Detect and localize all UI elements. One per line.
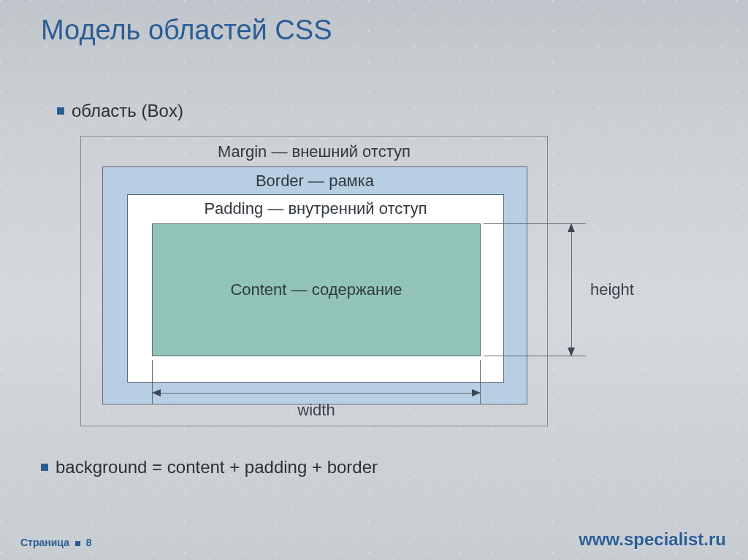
bullet-icon [57, 107, 64, 115]
bullet-icon [41, 464, 48, 471]
page-indicator: Страница 8 [20, 537, 92, 548]
height-dimension: height [484, 223, 600, 356]
dim-line [152, 393, 481, 394]
content-box: Content — содержание [152, 223, 481, 356]
arrow-up-icon [568, 223, 575, 232]
bullet-background: background = content + padding + border [41, 457, 378, 477]
bullet-box-text: область (Box) [72, 101, 183, 120]
bullet-background-text: background = content + padding + border [56, 457, 378, 477]
content-label: Content — содержание [230, 280, 402, 299]
bullet-box: область (Box) [57, 101, 183, 121]
arrow-left-icon [152, 389, 161, 396]
width-label: width [152, 401, 481, 420]
page-label: Страница [20, 537, 69, 548]
arrow-right-icon [472, 389, 481, 396]
padding-label: Padding — внутренний отступ [128, 199, 503, 218]
site-url: www.specialist.ru [579, 529, 726, 550]
dim-extension-line [152, 360, 153, 404]
separator-icon [75, 541, 80, 546]
border-label: Border — рамка [103, 172, 527, 191]
height-label: height [590, 280, 634, 299]
margin-label: Margin — внешний отступ [81, 142, 547, 161]
width-dimension: width [152, 360, 481, 418]
slide-title: Модель областей CSS [41, 15, 332, 46]
dim-extension-line [480, 360, 481, 404]
dim-line [571, 223, 572, 356]
box-model-diagram: Margin — внешний отступ Border — рамка P… [80, 136, 548, 426]
page-number: 8 [86, 537, 92, 548]
arrow-down-icon [568, 348, 575, 356]
